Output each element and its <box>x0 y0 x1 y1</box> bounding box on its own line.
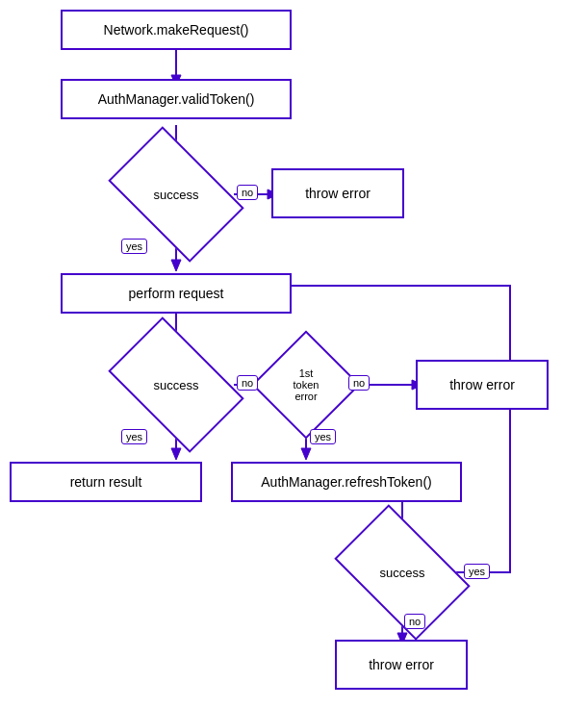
no-label-3: no <box>348 375 370 391</box>
success-diamond-2: success <box>118 346 234 423</box>
throw-error-1-node: throw error <box>271 168 404 218</box>
no-label-4: no <box>404 614 425 629</box>
throw-error-3-node: throw error <box>335 640 468 690</box>
no-label-1: no <box>237 185 258 200</box>
yes-label-3: yes <box>310 429 336 444</box>
yes-label-1: yes <box>121 239 147 254</box>
make-request-node: Network.makeRequest() <box>61 10 292 50</box>
flowchart: Network.makeRequest() AuthManager.validT… <box>0 0 588 707</box>
yes-label-4: yes <box>464 564 490 579</box>
return-result-node: return result <box>10 462 202 502</box>
refresh-token-node: AuthManager.refreshToken() <box>231 462 462 502</box>
no-label-2: no <box>237 375 258 391</box>
success-diamond-1: success <box>118 156 234 233</box>
svg-marker-15 <box>301 448 311 460</box>
yes-label-2: yes <box>121 429 147 444</box>
valid-token-node: AuthManager.validToken() <box>61 79 292 119</box>
token-error-diamond: 1st token error <box>268 346 345 423</box>
perform-request-node: perform request <box>61 273 292 314</box>
throw-error-2-node: throw error <box>416 360 549 410</box>
svg-marker-17 <box>171 448 181 460</box>
svg-marker-7 <box>171 260 181 271</box>
success-diamond-3: success <box>345 534 460 611</box>
